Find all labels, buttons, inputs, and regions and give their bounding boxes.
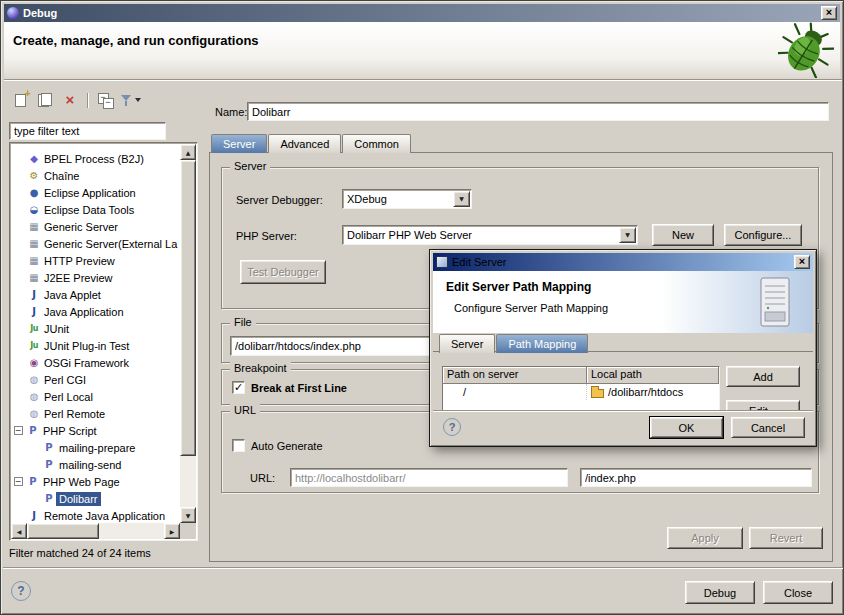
generic-server-external-icon: ▦ (27, 235, 41, 252)
tree-item-junit[interactable]: JuJUnit (11, 320, 180, 337)
bpel-process-icon: ◆ (27, 150, 41, 167)
php-server-combo[interactable]: Dolibarr PHP Web Server ▼ (342, 225, 638, 245)
column-header-local-path[interactable]: Local path (587, 367, 719, 384)
collapse-expander-icon[interactable]: − (14, 477, 23, 486)
tree-item-http-preview[interactable]: ▦HTTP Preview (11, 252, 180, 269)
j2ee-preview-icon: ▦ (27, 269, 41, 286)
debug-button[interactable]: Debug (685, 581, 755, 604)
perl-remote-icon: ◍ (27, 405, 41, 422)
revert-button[interactable]: Revert (749, 527, 823, 549)
collapse-expander-icon[interactable]: − (14, 426, 23, 435)
delete-config-icon (66, 93, 75, 107)
break-at-first-line-checkbox[interactable]: ✓ (232, 381, 245, 394)
dialog-close-button[interactable]: × (794, 255, 810, 269)
ok-button[interactable]: OK (650, 417, 723, 438)
scroll-up-button[interactable]: ▲ (180, 144, 196, 160)
delete-config-button[interactable] (59, 90, 81, 110)
tree-item-dolibarr[interactable]: PDolibarr (11, 490, 180, 507)
tab-common[interactable]: Common (342, 134, 411, 153)
filter-input[interactable] (9, 122, 166, 140)
tree-item-label: Eclipse Data Tools (41, 203, 137, 217)
auto-generate-checkbox[interactable] (232, 439, 245, 452)
tab-server[interactable]: Server (211, 134, 267, 153)
scroll-right-button[interactable]: ▶ (164, 523, 180, 539)
dialog-tab-path-mapping[interactable]: Path Mapping (496, 334, 588, 353)
duplicate-config-button[interactable] (34, 90, 56, 110)
window-title: Debug (23, 7, 57, 19)
tree-item-mailing-send[interactable]: Pmailing-send (11, 456, 180, 473)
local-path-cell: /dolibarr/htdocs (587, 384, 719, 400)
dialog-heading: Edit Server Path Mapping (446, 280, 591, 294)
dialog-tabs: ServerPath Mapping (439, 334, 588, 353)
vertical-scroll-thumb[interactable] (180, 160, 196, 456)
tree-item-label: Generic Server (41, 220, 121, 234)
tree-item-label: Dolibarr (56, 492, 101, 506)
close-window-button[interactable]: × (821, 6, 837, 20)
tree-item-perl-cgi[interactable]: ◍Perl CGI (11, 371, 180, 388)
cancel-button[interactable]: Cancel (731, 417, 805, 438)
scroll-left-button[interactable]: ◀ (11, 523, 27, 539)
tree-item-php-script[interactable]: −PPHP Script (11, 422, 180, 439)
tree-item-perl-local[interactable]: ◍Perl Local (11, 388, 180, 405)
test-debugger-button[interactable]: Test Debugger (240, 260, 326, 284)
tree-item-java-application[interactable]: JJava Application (11, 303, 180, 320)
tree-item-bpel-process-b2j[interactable]: ◆BPEL Process (B2J) (11, 150, 180, 167)
tree-item-junit-plug-in-test[interactable]: JuJUnit Plug-in Test (11, 337, 180, 354)
new-config-icon (15, 94, 26, 107)
dialog-help-button[interactable]: ? (443, 418, 461, 436)
tree-item-generic-server[interactable]: ▦Generic Server (11, 218, 180, 235)
local-path-text: /dolibarr/htdocs (608, 386, 683, 398)
name-input[interactable] (247, 102, 829, 121)
help-button[interactable]: ? (11, 581, 31, 601)
tree-item-label: PHP Script (40, 424, 100, 438)
url-base-input[interactable] (290, 468, 568, 487)
java-application-icon: J (27, 303, 41, 320)
path-mapping-table: Path on serverLocal path //dolibarr/htdo… (442, 366, 720, 412)
scroll-down-button[interactable]: ▼ (180, 507, 196, 523)
tree-item-label: mailing-prepare (56, 441, 138, 455)
collapse-all-button[interactable] (94, 90, 116, 110)
tree-item-osgi-framework[interactable]: ◉OSGi Framework (11, 354, 180, 371)
tree-item-label: HTTP Preview (41, 254, 118, 268)
tree-item-mailing-prepare[interactable]: Pmailing-prepare (11, 439, 180, 456)
horizontal-scrollbar[interactable]: ◀ ▶ (11, 523, 180, 539)
php-server-dropdown-icon[interactable]: ▼ (619, 227, 636, 243)
edit-server-icon (436, 256, 448, 268)
server-debugger-combo[interactable]: XDebug ▼ (342, 189, 472, 209)
server-group-title: Server (230, 160, 270, 172)
close-button[interactable]: Close (763, 581, 833, 604)
new-server-button[interactable]: New (652, 224, 714, 246)
tree-item-label: OSGi Framework (41, 356, 132, 370)
filter-status: Filter matched 24 of 24 items (9, 547, 151, 559)
configure-server-button[interactable]: Configure... (724, 224, 802, 246)
server-debugger-dropdown-icon[interactable]: ▼ (453, 191, 470, 207)
dialog-title: Edit Server (452, 256, 506, 268)
add-mapping-button[interactable]: Add (726, 366, 800, 387)
vertical-scrollbar[interactable]: ▲ ▼ (180, 144, 196, 523)
new-config-button[interactable] (9, 90, 31, 110)
apply-button[interactable]: Apply (667, 527, 743, 549)
tree-item-cha-ne[interactable]: ⚙Chaîne (11, 167, 180, 184)
tree-item-label: Perl CGI (41, 373, 89, 387)
tree-item-remote-java-application[interactable]: JRemote Java Application (11, 507, 180, 523)
chain-icon: ⚙ (27, 167, 41, 184)
column-header-path-on-server[interactable]: Path on server (443, 367, 587, 384)
tree-item-j2ee-preview[interactable]: ▦J2EE Preview (11, 269, 180, 286)
tree-item-label: mailing-send (56, 458, 124, 472)
tree-item-generic-server-external-la[interactable]: ▦Generic Server(External La (11, 235, 180, 252)
tree-item-php-web-page[interactable]: −PPHP Web Page (11, 473, 180, 490)
tree-item-eclipse-data-tools[interactable]: ◒Eclipse Data Tools (11, 201, 180, 218)
tab-advanced[interactable]: Advanced (268, 134, 341, 153)
banner-separator (4, 79, 842, 81)
tree-item-java-applet[interactable]: JJava Applet (11, 286, 180, 303)
dialog-tab-server[interactable]: Server (439, 334, 495, 353)
junit-plugin-test-icon: Ju (27, 337, 41, 354)
title-bar: Debug × (4, 4, 840, 22)
url-path-input[interactable] (580, 468, 812, 487)
horizontal-scroll-thumb[interactable] (27, 523, 99, 539)
filter-menu-button[interactable] (119, 90, 141, 110)
tree-item-perl-remote[interactable]: ◍Perl Remote (11, 405, 180, 422)
mapping-row[interactable]: //dolibarr/htdocs (443, 384, 719, 400)
tree-item-eclipse-application[interactable]: ●Eclipse Application (11, 184, 180, 201)
dialog-button-bar: ? OK Cancel (433, 410, 813, 443)
